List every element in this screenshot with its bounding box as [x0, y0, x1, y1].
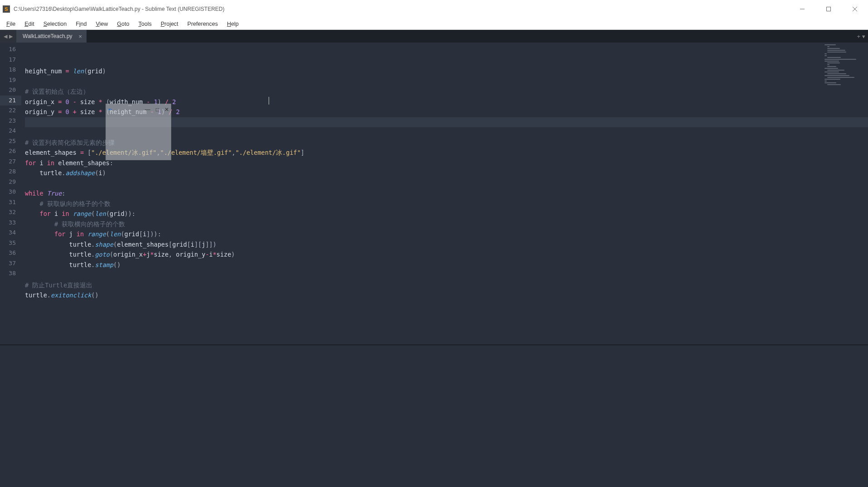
minimize-button[interactable]	[789, 0, 815, 18]
menu-selection[interactable]: Selection	[39, 19, 71, 29]
code-line[interactable]: # 获取横向的格子的个数	[25, 219, 868, 229]
line-number[interactable]: 37	[0, 258, 21, 269]
tab-file[interactable]: WalkLatticeTeach.py ×	[16, 30, 87, 43]
svg-rect-1	[827, 7, 831, 11]
tab-history-nav[interactable]: ◀ ▶	[0, 30, 16, 43]
feather-icon: ✒	[108, 106, 114, 113]
line-number[interactable]: 30	[0, 187, 21, 197]
code-line[interactable]: turtle.exitonclick()	[25, 290, 868, 301]
popup-titlebar: ✒ — □ ✕	[106, 104, 171, 115]
turtle-popup-window[interactable]: ✒ — □ ✕	[106, 104, 171, 160]
line-number[interactable]: 38	[0, 268, 21, 279]
line-number[interactable]: 26	[0, 146, 21, 157]
popup-minimize-icon[interactable]: —	[145, 106, 150, 113]
tab-bar: ◀ ▶ WalkLatticeTeach.py × + ▾	[0, 30, 868, 43]
line-number[interactable]: 35	[0, 238, 21, 248]
window-controls	[789, 0, 868, 18]
line-number[interactable]: 29	[0, 177, 21, 187]
line-number[interactable]: 32	[0, 207, 21, 218]
line-number[interactable]: 16	[0, 44, 21, 55]
menu-goto[interactable]: Goto	[112, 19, 134, 29]
line-number[interactable]: 28	[0, 167, 21, 177]
line-number[interactable]: 36	[0, 248, 21, 258]
code-line[interactable]: turtle.goto(origin_x+j*size, origin_y-i*…	[25, 249, 868, 260]
line-number[interactable]: 17	[0, 55, 21, 65]
code-line[interactable]	[25, 270, 868, 280]
code-line[interactable]: # 获取纵向的格子的个数	[25, 199, 868, 209]
code-line[interactable]: height_num = len(grid)	[25, 66, 868, 76]
new-tab-icon[interactable]: +	[857, 33, 860, 40]
line-number[interactable]: 25	[0, 136, 21, 147]
menu-edit[interactable]: Edit	[20, 19, 39, 29]
menu-tools[interactable]: Tools	[134, 19, 156, 29]
line-number[interactable]: 33	[0, 218, 21, 228]
nav-forward-icon[interactable]: ▶	[8, 33, 14, 39]
code-line[interactable]: # 防止Turtle直接退出	[25, 280, 868, 291]
menu-help[interactable]: Help	[222, 19, 243, 29]
window-titlebar: S C:\Users\27316\Desktop\Game\WalkLattic…	[0, 0, 868, 18]
line-number[interactable]: 23	[0, 116, 21, 126]
nav-back-icon[interactable]: ◀	[3, 33, 8, 39]
build-output-panel[interactable]	[0, 344, 868, 487]
code-line[interactable]	[25, 76, 868, 87]
code-editor[interactable]: height_num = len(grid)# 设置初始点（左边）origin_…	[21, 43, 868, 344]
editor-area: 1617181920212223242526272829303132333435…	[0, 43, 868, 344]
popup-close-icon[interactable]: ✕	[164, 106, 169, 113]
window-title: C:\Users\27316\Desktop\Game\WalkLatticeT…	[14, 6, 225, 12]
line-number[interactable]: 20	[0, 85, 21, 95]
menu-project[interactable]: Project	[156, 19, 183, 29]
code-line[interactable]	[25, 178, 868, 189]
line-number[interactable]: 27	[0, 157, 21, 167]
text-caret	[269, 97, 269, 105]
line-number[interactable]: 21	[0, 95, 21, 106]
menu-find[interactable]: Find	[71, 19, 91, 29]
code-line[interactable]: for j in range(len(grid[i])):	[25, 229, 868, 239]
line-number[interactable]: 34	[0, 228, 21, 238]
app-icon: S	[3, 5, 10, 13]
line-number[interactable]: 19	[0, 75, 21, 86]
code-line[interactable]: # 设置初始点（左边）	[25, 86, 868, 97]
line-number-gutter[interactable]: 1617181920212223242526272829303132333435…	[0, 43, 21, 344]
minimap[interactable]	[825, 44, 865, 99]
line-number[interactable]: 31	[0, 197, 21, 208]
code-line[interactable]: turtle.stamp()	[25, 260, 868, 270]
code-line[interactable]: for i in range(len(grid)):	[25, 209, 868, 219]
tab-label: WalkLatticeTeach.py	[23, 33, 72, 39]
close-button[interactable]	[842, 0, 868, 18]
tab-close-icon[interactable]: ×	[79, 33, 82, 40]
popup-maximize-icon[interactable]: □	[156, 106, 159, 113]
line-number[interactable]: 24	[0, 126, 21, 136]
menu-bar: File Edit Selection Find View Goto Tools…	[0, 18, 868, 30]
maximize-button[interactable]	[815, 0, 842, 18]
line-number[interactable]: 22	[0, 105, 21, 116]
code-line[interactable]: while True:	[25, 188, 868, 199]
menu-file[interactable]: File	[2, 19, 20, 29]
tab-dropdown-icon[interactable]: ▾	[862, 33, 865, 40]
line-number[interactable]: 18	[0, 65, 21, 75]
code-line[interactable]: turtle.addshape(i)	[25, 168, 868, 178]
code-line[interactable]: turtle.shape(element_shapes[grid[i][j]])	[25, 239, 868, 250]
menu-view[interactable]: View	[91, 19, 112, 29]
menu-preferences[interactable]: Preferences	[183, 19, 222, 29]
